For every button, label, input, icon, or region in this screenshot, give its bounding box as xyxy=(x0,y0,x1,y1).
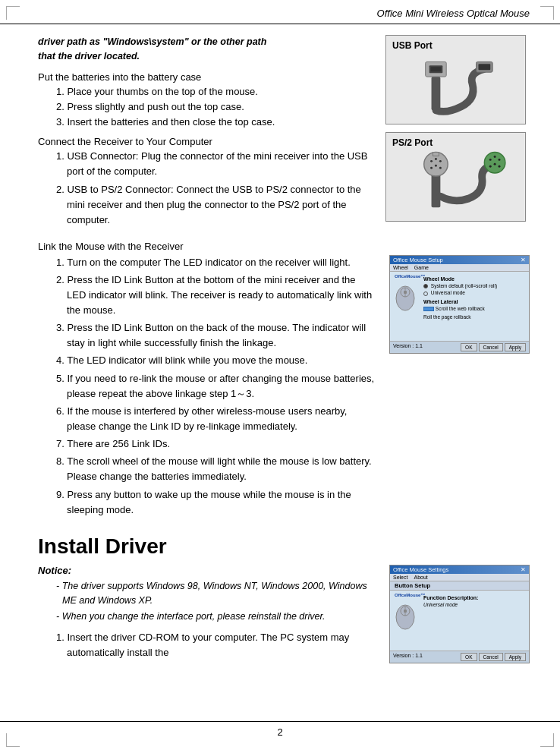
ps2-label: PS/2 Port xyxy=(392,137,433,148)
ss1-version: Version : 1.1 xyxy=(393,343,423,351)
install-section: Install Driver Notice: - The driver supp… xyxy=(38,534,530,663)
ss1-mouse-area: OffceMouse™ xyxy=(395,274,419,321)
install-title: Install Driver xyxy=(38,534,530,559)
list-item: 7. There are 256 Link IDs. xyxy=(49,436,377,452)
list-item: 9. Press any button to wake up the mouse… xyxy=(49,487,377,518)
svg-point-22 xyxy=(499,165,501,168)
ss2-titlebar: Office Mouse Settings ✕ xyxy=(390,566,529,574)
ss2-title: Office Mouse Settings xyxy=(393,566,448,573)
mouse-icon xyxy=(395,280,416,312)
screenshot2-inner: Office Mouse Settings ✕ Select About But… xyxy=(390,566,529,663)
cancel-button[interactable]: Cancel xyxy=(479,653,503,661)
list-item: - When you change the interface port, pl… xyxy=(50,610,377,624)
svg-rect-4 xyxy=(431,67,442,71)
link-title: Link the Mouse with the Receiver xyxy=(38,241,530,252)
svg-point-23 xyxy=(494,156,496,158)
top-section: driver path as "Windows\system" or the o… xyxy=(38,35,530,233)
link-cols: 1. Turn on the computer The LED indicato… xyxy=(38,255,530,522)
ss2-version: Version : 1.1 xyxy=(393,653,423,661)
mouse-icon xyxy=(395,599,416,631)
ss1-footer: Version : 1.1 OK Cancel Apply xyxy=(390,341,529,353)
list-item: 2. Press the ID Link Button at the botto… xyxy=(49,273,377,318)
link-left: 1. Turn on the computer The LED indicato… xyxy=(38,255,377,522)
svg-point-21 xyxy=(489,165,492,168)
right-col: USB Port xyxy=(385,35,530,233)
ss2-mouse-area: OffceMouse™ xyxy=(395,593,419,632)
battery-steps: 1. Place your thumbs on the top of the m… xyxy=(38,84,373,130)
func-desc-label: Function Description: xyxy=(423,595,524,600)
page-footer: 2 xyxy=(0,721,560,738)
install-steps: 1. Insert the driver CD-ROM to your comp… xyxy=(38,630,377,660)
usb-label: USB Port xyxy=(392,40,433,51)
link-steps-list: 1. Turn on the computer The LED indicato… xyxy=(38,255,377,518)
list-item: 1. Place your thumbs on the top of the m… xyxy=(49,84,373,99)
corner-tr xyxy=(540,6,554,20)
main-content: driver path as "Windows\system" or the o… xyxy=(0,24,560,679)
cancel-button[interactable]: Cancel xyxy=(479,343,503,351)
ss2-logo: OffceMouse™ xyxy=(395,593,419,597)
list-item: 2. Press slightly and push out the top c… xyxy=(49,99,373,115)
svg-rect-27 xyxy=(404,291,407,294)
ss1-titlebar: Office Mouse Setup ✕ xyxy=(390,256,529,264)
list-item: 1. USB Connector: Plug the connector of … xyxy=(49,149,373,179)
ps2-image-box: PS/2 Port xyxy=(385,132,526,222)
screenshot1-box: Office Mouse Setup ✕ Wheel Game xyxy=(389,255,530,354)
left-col: driver path as "Windows\system" or the o… xyxy=(38,35,373,233)
svg-point-15 xyxy=(439,167,442,169)
ss1-menubar: Wheel Game xyxy=(390,264,529,272)
list-item: 3. Press the ID Link Button on the back … xyxy=(49,320,377,351)
ok-button[interactable]: OK xyxy=(461,343,477,351)
ss1-title: Office Mouse Setup xyxy=(393,257,443,263)
svg-rect-1 xyxy=(432,77,441,110)
ss1-body: OffceMouse™ xyxy=(390,272,529,341)
svg-rect-6 xyxy=(478,64,490,70)
notice-title: Notice: xyxy=(38,565,377,576)
screenshot2-box: Office Mouse Settings ✕ Select About But… xyxy=(389,565,530,663)
svg-rect-8 xyxy=(432,174,441,207)
install-left: Notice: - The driver supports Windows 98… xyxy=(38,565,377,663)
list-item: - The driver supports Windows 98, Window… xyxy=(50,579,377,608)
intro-text: driver path as "Windows\system" or the o… xyxy=(38,35,373,64)
svg-point-13 xyxy=(435,165,437,167)
list-item: 8. The scroll wheel of the mouse will li… xyxy=(49,454,377,484)
ss1-options: Wheel Mode System default (roll=scroll r… xyxy=(423,274,524,321)
page-number: 2 xyxy=(277,726,282,738)
svg-point-17 xyxy=(484,153,505,174)
svg-point-14 xyxy=(430,167,433,169)
ss2-active-tab: Button Setup xyxy=(390,581,529,591)
list-item: 4. The LED indicator will blink while yo… xyxy=(49,353,377,368)
svg-point-19 xyxy=(499,159,501,161)
svg-point-18 xyxy=(489,159,492,161)
func-value: Universal mode xyxy=(423,602,524,607)
corner-tl xyxy=(6,6,20,20)
apply-button[interactable]: Apply xyxy=(505,653,526,661)
list-item: 1. Turn on the computer The LED indicato… xyxy=(49,255,377,270)
wheel-mode-label: Wheel Mode xyxy=(423,276,524,282)
usb-image-box: USB Port xyxy=(385,35,526,124)
ss2-body: OffceMouse™ xyxy=(390,591,529,651)
list-item: 3. Insert the batteries and then close t… xyxy=(49,115,373,130)
radio-icon xyxy=(423,291,428,296)
ok-button[interactable]: OK xyxy=(461,653,477,661)
svg-point-11 xyxy=(430,160,433,162)
install-right: Office Mouse Settings ✕ Select About But… xyxy=(389,565,530,663)
svg-rect-31 xyxy=(404,610,407,613)
list-item: 2. USB to PS/2 Connector: Connect the US… xyxy=(49,182,373,228)
screenshot1-inner: Office Mouse Setup ✕ Wheel Game xyxy=(390,256,529,353)
apply-button[interactable]: Apply xyxy=(505,343,526,351)
link-right: Office Mouse Setup ✕ Wheel Game xyxy=(389,255,530,522)
connect-steps: 1. USB Connector: Plug the connector of … xyxy=(38,149,373,228)
connect-title: Connect the Receiver to Your Computer xyxy=(38,136,373,147)
link-section: Link the Mouse with the Receiver 1. Turn… xyxy=(38,241,530,522)
ss2-footer: Version : 1.1 OK Cancel Apply xyxy=(390,651,529,663)
header-title: Office Mini Wireless Optical Mouse xyxy=(377,8,530,19)
page-header: Office Mini Wireless Optical Mouse xyxy=(0,0,560,24)
list-item: 5. If you need to re-link the mouse or a… xyxy=(49,371,377,402)
color-swatch xyxy=(423,307,434,311)
ss2-menubar: Select About xyxy=(390,574,529,581)
svg-point-12 xyxy=(439,160,442,162)
battery-title: Put the batteries into the battery case xyxy=(38,71,373,83)
ss1-logo: OffceMouse™ xyxy=(395,274,419,279)
svg-point-20 xyxy=(494,163,496,165)
svg-rect-10 xyxy=(433,153,439,156)
